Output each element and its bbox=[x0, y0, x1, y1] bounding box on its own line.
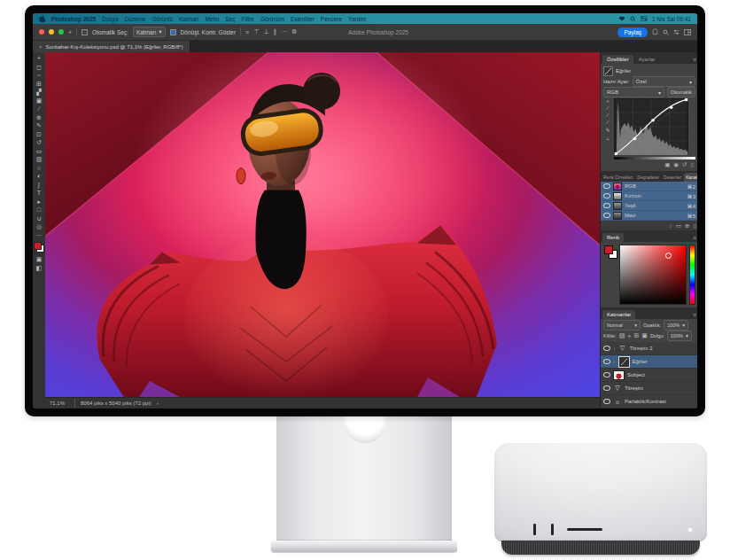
quick-mask-icon[interactable]: ▣ bbox=[33, 255, 45, 264]
show-transform-checkbox[interactable] bbox=[170, 29, 176, 35]
screen-mode-icon[interactable]: ◧ bbox=[33, 264, 45, 273]
channel-row[interactable]: Mavi ⌘5 bbox=[601, 211, 697, 221]
lasso-tool-icon[interactable]: ∽ bbox=[33, 71, 45, 80]
tab-degradeler[interactable]: Degradeler bbox=[635, 173, 661, 182]
sliders-icon[interactable] bbox=[673, 29, 680, 35]
auto-select-checkbox[interactable] bbox=[82, 29, 88, 35]
eye-icon[interactable] bbox=[603, 193, 610, 198]
eyedropper-gray-icon[interactable]: ∕ bbox=[607, 113, 608, 118]
zoom-tool-icon[interactable]: ◎ bbox=[33, 222, 45, 231]
tab-ozellikler[interactable]: Özellikler bbox=[602, 55, 633, 64]
workspace-grid-icon[interactable] bbox=[684, 29, 691, 35]
panel-menu-icon[interactable]: ≡ bbox=[693, 57, 696, 64]
type-tool-icon[interactable]: T bbox=[33, 189, 45, 198]
eye-icon[interactable] bbox=[603, 203, 610, 208]
lock-transparent-icon[interactable]: ▨ bbox=[619, 332, 625, 339]
tab-ayarlar[interactable]: Ayarlar bbox=[634, 55, 660, 64]
control-center-icon[interactable] bbox=[641, 16, 648, 21]
channel-row[interactable]: RGB ⌘2 bbox=[601, 182, 697, 191]
close-window-button[interactable] bbox=[39, 29, 44, 35]
curves-graph[interactable] bbox=[614, 98, 695, 156]
blend-mode-dropdown[interactable]: Normal▾ bbox=[603, 320, 641, 331]
marquee-tool-icon[interactable]: ◻ bbox=[33, 63, 45, 72]
draw-curve-icon[interactable]: ✎ bbox=[605, 127, 610, 133]
menu-item-eklentiler[interactable]: Eklentiler bbox=[291, 16, 315, 22]
eye-icon[interactable] bbox=[603, 213, 610, 218]
hand-tool-icon[interactable]: ∪ bbox=[33, 214, 45, 223]
reset-icon[interactable]: ↺ bbox=[682, 161, 687, 168]
brush-tool-icon[interactable]: ✎ bbox=[33, 121, 45, 130]
channel-row[interactable]: Yeşil ⌘4 bbox=[601, 201, 697, 211]
search-icon[interactable] bbox=[663, 29, 669, 35]
auto-button[interactable]: Otomatik bbox=[667, 87, 695, 97]
minimize-window-button[interactable] bbox=[49, 29, 54, 35]
menubar-clock[interactable]: 1 Nis Sal 09:41 bbox=[652, 16, 691, 22]
eye-icon[interactable] bbox=[603, 372, 610, 377]
hue-slider[interactable] bbox=[689, 245, 695, 305]
color-swatches[interactable] bbox=[34, 242, 44, 253]
menu-item-pencere[interactable]: Pencere bbox=[321, 16, 342, 22]
eye-icon[interactable] bbox=[603, 183, 610, 189]
crop-tool-icon[interactable]: ▞ bbox=[33, 88, 45, 97]
lock-position-icon[interactable]: + bbox=[627, 333, 631, 339]
healing-tool-icon[interactable]: ⊕ bbox=[33, 113, 45, 122]
clip-to-layer-icon[interactable]: ▣ bbox=[664, 161, 670, 168]
menu-item-app[interactable]: Photoshop 2025 bbox=[51, 16, 96, 22]
panel-menu-icon[interactable]: ≡ bbox=[693, 312, 696, 319]
smooth-curve-icon[interactable]: ▵ bbox=[606, 135, 609, 141]
eye-icon[interactable] bbox=[603, 359, 610, 364]
frame-tool-icon[interactable]: ▣ bbox=[33, 97, 45, 105]
toggle-visibility-icon[interactable]: ◉ bbox=[673, 161, 679, 168]
search-icon[interactable] bbox=[630, 16, 636, 22]
menu-item-goruntu[interactable]: Görüntü bbox=[152, 16, 174, 22]
foreground-color-swatch[interactable] bbox=[34, 242, 42, 250]
history-brush-tool-icon[interactable]: ↺ bbox=[33, 138, 45, 147]
channel-dropdown[interactable]: RGB▾ bbox=[603, 87, 664, 97]
dodge-tool-icon[interactable]: ◐ bbox=[33, 172, 45, 181]
layer-row-selected[interactable]: ↓ Eğriler bbox=[601, 355, 697, 369]
eye-icon[interactable] bbox=[603, 346, 610, 351]
tab-kanallar[interactable]: Kanallar bbox=[684, 173, 697, 182]
tab-katmanlar[interactable]: Katmanlar bbox=[602, 310, 635, 319]
menu-item-dosya[interactable]: Dosya bbox=[102, 16, 118, 22]
menu-item-katman[interactable]: Katman bbox=[179, 16, 198, 22]
eyedropper-white-icon[interactable]: ∕ bbox=[607, 120, 608, 125]
delete-channel-icon[interactable]: ▯ bbox=[693, 222, 696, 229]
delete-icon[interactable]: ▯ bbox=[690, 161, 694, 168]
layer-row[interactable]: Subject bbox=[601, 369, 697, 382]
foreground-color-swatch[interactable] bbox=[604, 245, 613, 254]
pen-tool-icon[interactable]: ∫ bbox=[33, 181, 45, 190]
new-channel-icon[interactable]: ⊕ bbox=[685, 222, 689, 229]
opacity-dropdown[interactable]: 100%▾ bbox=[664, 320, 688, 331]
zoom-level[interactable]: 71,1% bbox=[50, 401, 69, 406]
menu-item-metin[interactable]: Metin bbox=[205, 16, 219, 22]
distribute-icon[interactable]: ∥ bbox=[273, 28, 276, 35]
menu-item-duzenle[interactable]: Düzenle bbox=[125, 16, 146, 22]
save-selection-icon[interactable]: ▭ bbox=[676, 222, 681, 229]
eyedropper-black-icon[interactable]: ∕ bbox=[607, 105, 608, 111]
eyedropper-tool-icon[interactable]: ∕ bbox=[33, 105, 45, 113]
channel-row[interactable]: Kırmızı ⌘3 bbox=[601, 191, 697, 201]
menu-item-gorunum[interactable]: Görünüm bbox=[260, 16, 284, 22]
wifi-icon[interactable] bbox=[618, 16, 625, 21]
eye-icon[interactable] bbox=[603, 399, 610, 404]
layer-row[interactable]: ☼ Parlaklık/Kontrast bbox=[601, 395, 697, 408]
align-bottom-icon[interactable]: ⊥ bbox=[263, 28, 268, 35]
auto-select-dropdown[interactable]: Katman▾ bbox=[133, 27, 166, 37]
tab-renk[interactable]: Renk bbox=[602, 233, 624, 242]
apple-menu-icon[interactable] bbox=[39, 15, 45, 22]
gradient-tool-icon[interactable]: ▥ bbox=[33, 155, 45, 164]
eye-icon[interactable] bbox=[603, 385, 610, 391]
eraser-tool-icon[interactable]: ▭ bbox=[33, 147, 45, 156]
layer-row[interactable]: ↓ ▽ Titreşim 2 bbox=[601, 342, 697, 355]
fg-bg-swatches[interactable] bbox=[603, 245, 617, 305]
document-tab[interactable]: × Sonbahar-Kış-Koleksiyonu.psd @ 71,1% (… bbox=[33, 41, 190, 52]
load-selection-icon[interactable]: ○ bbox=[669, 222, 672, 229]
menu-item-yardim[interactable]: Yardım bbox=[348, 16, 366, 22]
more-options-icon[interactable]: ⋯ bbox=[281, 28, 287, 35]
close-tab-icon[interactable]: × bbox=[39, 44, 43, 50]
shape-tool-icon[interactable]: □ bbox=[33, 206, 45, 214]
path-select-tool-icon[interactable]: ▸ bbox=[33, 198, 45, 206]
clone-stamp-tool-icon[interactable]: ⊡ bbox=[33, 130, 45, 139]
lock-all-icon[interactable]: ▣ bbox=[641, 332, 648, 339]
